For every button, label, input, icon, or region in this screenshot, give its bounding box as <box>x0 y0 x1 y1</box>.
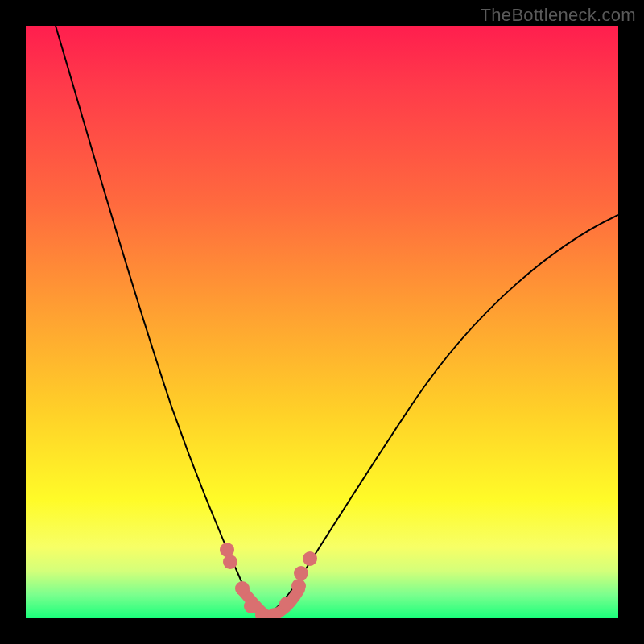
marker-dot <box>235 581 250 596</box>
chart-svg <box>26 26 618 618</box>
curve-right-branch <box>267 215 618 616</box>
marker-dot <box>244 599 258 613</box>
chart-plot-area <box>26 26 618 618</box>
chart-frame: TheBottleneck.com <box>0 0 644 644</box>
watermark-text: TheBottleneck.com <box>481 5 636 26</box>
marker-dot <box>294 566 308 580</box>
marker-dot <box>223 555 237 569</box>
curve-left-branch <box>56 26 264 616</box>
marker-dot <box>291 579 306 593</box>
marker-dot <box>279 597 294 611</box>
marker-dot <box>303 551 317 566</box>
